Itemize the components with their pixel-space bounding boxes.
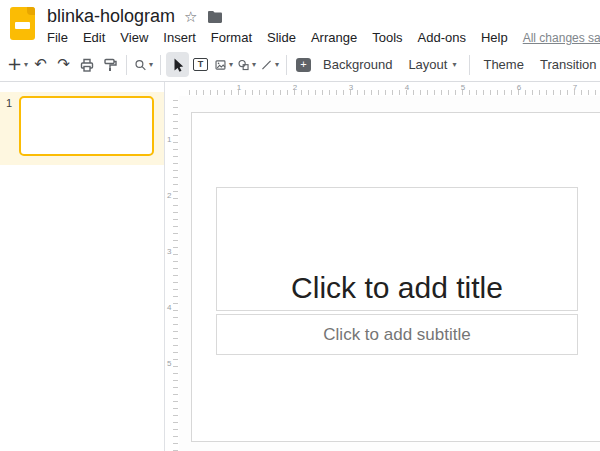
transition-button-label: Transition	[540, 57, 597, 72]
folder-icon	[207, 10, 223, 23]
ruler-tick-label: 4	[167, 303, 171, 312]
ruler-tick-label: 2	[293, 83, 297, 92]
google-slides-app: blinka-hologram ☆ File Edit View Insert …	[0, 0, 600, 451]
chevron-down-icon: ▾	[24, 61, 28, 69]
theme-button[interactable]: Theme	[475, 52, 531, 78]
slide-filmstrip: 1	[0, 82, 165, 451]
toolbar-separator	[126, 55, 127, 75]
shape-icon	[237, 57, 250, 73]
menu-addons[interactable]: Add-ons	[418, 30, 466, 45]
print-icon	[79, 57, 95, 73]
menu-bar: File Edit View Insert Format Slide Arran…	[47, 28, 590, 48]
layout-button[interactable]: Layout ▾	[400, 52, 464, 78]
ruler-tick-label: 2	[167, 191, 171, 200]
zoom-button[interactable]: ▾	[132, 52, 155, 77]
insert-line-button[interactable]: ▾	[258, 52, 281, 77]
image-icon	[214, 57, 227, 73]
header-main: blinka-hologram ☆ File Edit View Insert …	[47, 6, 590, 48]
text-box-icon: T	[193, 58, 208, 71]
undo-button[interactable]: ↶	[29, 52, 52, 77]
document-title[interactable]: blinka-hologram	[47, 6, 175, 27]
slides-logo-icon[interactable]	[10, 7, 35, 40]
theme-button-label: Theme	[483, 57, 523, 72]
ruler-tick-label: 6	[517, 83, 521, 92]
title-placeholder-box[interactable]: Click to add title	[216, 187, 578, 311]
toolbar-separator	[469, 55, 470, 75]
horizontal-ruler: 1234567	[179, 82, 600, 96]
main-body: 1 1234567 12345 Click to add title Click…	[0, 82, 600, 451]
background-button[interactable]: Background	[315, 52, 400, 78]
chevron-down-icon: ▾	[229, 61, 233, 69]
chevron-down-icon: ▾	[149, 61, 153, 69]
print-button[interactable]	[75, 52, 98, 77]
menu-file[interactable]: File	[47, 30, 68, 45]
background-button-label: Background	[323, 57, 392, 72]
move-to-folder-button[interactable]	[207, 10, 223, 23]
paint-roller-icon	[102, 57, 118, 73]
horizontal-ruler-ticks	[189, 90, 600, 95]
line-icon	[260, 57, 273, 73]
insert-shape-button[interactable]: ▾	[235, 52, 258, 77]
ruler-tick-label: 5	[167, 359, 171, 368]
transition-button[interactable]: Transition	[532, 52, 600, 78]
title-row: blinka-hologram ☆	[47, 6, 590, 28]
chevron-down-icon: ▾	[252, 61, 256, 69]
plus-icon: +	[7, 55, 22, 73]
filmstrip-slide-1[interactable]: 1	[0, 92, 164, 165]
chevron-down-icon: ▾	[275, 61, 279, 69]
menu-view[interactable]: View	[120, 30, 148, 45]
insert-comment-button[interactable]: +	[292, 52, 315, 77]
text-box-button[interactable]: T	[189, 52, 212, 77]
new-slide-button[interactable]: + ▾	[6, 52, 29, 77]
menu-tools[interactable]: Tools	[372, 30, 402, 45]
ruler-tick-label: 7	[573, 83, 577, 92]
comment-icon: +	[296, 58, 311, 72]
header: blinka-hologram ☆ File Edit View Insert …	[0, 0, 600, 48]
zoom-icon	[134, 57, 147, 73]
chevron-down-icon: ▾	[452, 61, 456, 69]
menu-arrange[interactable]: Arrange	[311, 30, 357, 45]
vertical-ruler: 12345	[165, 96, 179, 451]
select-tool-button[interactable]	[166, 52, 189, 77]
insert-image-button[interactable]: ▾	[212, 52, 235, 77]
menu-insert[interactable]: Insert	[163, 30, 196, 45]
paint-format-button[interactable]	[98, 52, 121, 77]
ruler-tick-label: 3	[349, 83, 353, 92]
subtitle-placeholder-box[interactable]: Click to add subtitle	[216, 314, 578, 355]
vertical-ruler-ticks	[173, 96, 178, 451]
toolbar-separator	[160, 55, 161, 75]
redo-button[interactable]: ↷	[52, 52, 75, 77]
menu-slide[interactable]: Slide	[267, 30, 296, 45]
cursor-icon	[170, 57, 186, 73]
menu-format[interactable]: Format	[211, 30, 252, 45]
ruler-tick-label: 1	[237, 83, 241, 92]
save-status-link[interactable]: All changes saved in Drive	[523, 31, 600, 45]
ruler-tick-label: 1	[167, 135, 171, 144]
undo-icon: ↶	[34, 57, 47, 72]
slide-page: Click to add title Click to add subtitle	[191, 112, 600, 442]
workspace: 1234567 12345 Click to add title Click t…	[165, 82, 600, 451]
menu-help[interactable]: Help	[481, 30, 508, 45]
subtitle-placeholder-text: Click to add subtitle	[323, 325, 470, 345]
ruler-tick-label: 5	[461, 83, 465, 92]
layout-button-label: Layout	[408, 57, 447, 72]
title-placeholder-text: Click to add title	[291, 271, 503, 305]
redo-icon: ↷	[57, 57, 70, 72]
ruler-tick-label: 4	[405, 83, 409, 92]
menu-edit[interactable]: Edit	[83, 30, 105, 45]
slide-canvas: Click to add title Click to add subtitle	[179, 96, 600, 451]
toolbar-separator	[286, 55, 287, 75]
toolbar: + ▾ ↶ ↷ ▾	[0, 48, 600, 82]
slide-1-thumbnail[interactable]	[19, 96, 154, 156]
slide-number: 1	[6, 96, 19, 109]
ruler-tick-label: 3	[167, 247, 171, 256]
star-icon[interactable]: ☆	[184, 9, 197, 24]
